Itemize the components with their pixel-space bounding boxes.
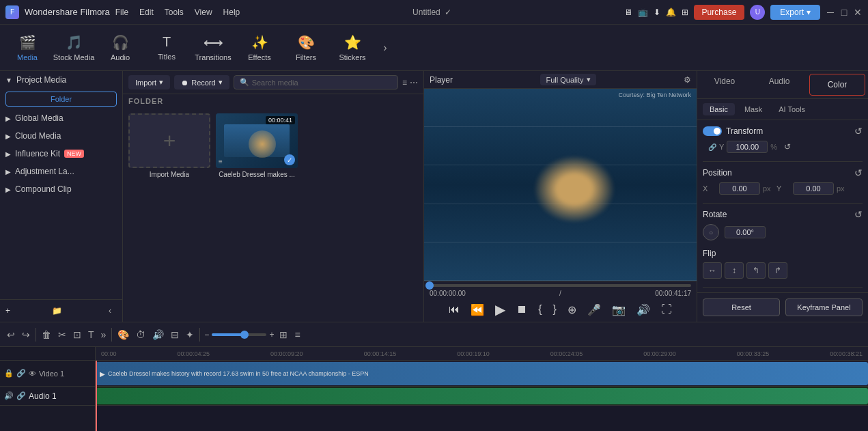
video-link-icon[interactable]: 🔗 xyxy=(16,369,26,378)
zoom-track[interactable] xyxy=(212,333,266,336)
user-avatar[interactable]: U xyxy=(750,5,765,20)
mark-out-button[interactable]: } xyxy=(550,302,559,317)
toolbar-effects[interactable]: ✨ Effects xyxy=(238,28,281,68)
toolbar-stock-media[interactable]: 🎵 Stock Media xyxy=(52,28,96,68)
menu-help[interactable]: Help xyxy=(223,8,240,17)
folder-view-icon[interactable]: 📁 xyxy=(52,306,62,316)
audio-track[interactable] xyxy=(96,387,868,406)
toolbar-transitions[interactable]: ⟷ Transitions xyxy=(191,28,235,68)
layout-button[interactable]: ≡ xyxy=(293,328,301,342)
snapshot-button[interactable]: 📷 xyxy=(609,302,628,318)
y-pos-input[interactable]: 0.00 xyxy=(793,182,834,195)
audio-clip[interactable] xyxy=(96,388,868,404)
audio-link-icon[interactable]: 🔗 xyxy=(16,391,26,400)
progress-handle[interactable] xyxy=(425,281,434,290)
adjustment-section[interactable]: ▶ Adjustment La... xyxy=(0,163,122,180)
project-media-section[interactable]: ▼ Project Media xyxy=(0,71,122,89)
grid-button[interactable]: ⊞ xyxy=(278,328,289,342)
subtab-ai-tools[interactable]: AI Tools xyxy=(772,103,812,115)
add-folder-icon[interactable]: + xyxy=(5,306,10,316)
add-to-timeline-button[interactable]: ⊕ xyxy=(565,302,579,318)
record-button[interactable]: ⏺ Record ▾ xyxy=(174,75,229,89)
redo-button[interactable]: ↪ xyxy=(20,328,31,342)
timeline-ruler[interactable]: 00:00 00:00:04:25 00:00:09:20 00:00:14:1… xyxy=(96,347,868,361)
quality-selector[interactable]: Full Quality ▾ xyxy=(540,74,596,85)
tab-color[interactable]: Color xyxy=(809,74,865,96)
toolbar-titles[interactable]: T Titles xyxy=(145,28,188,68)
rotate-value-input[interactable]: 0.00° xyxy=(725,226,766,238)
subtitle-button[interactable]: ⊟ xyxy=(169,328,180,342)
speed-button[interactable]: ⏱ xyxy=(135,328,147,342)
crop-button[interactable]: ⊡ xyxy=(72,328,83,342)
rotate-dial[interactable]: ○ xyxy=(703,224,719,240)
skip-back-button[interactable]: ⏮ xyxy=(446,302,462,317)
toolbar-media[interactable]: 🎬 Media xyxy=(5,28,49,68)
zoom-handle[interactable] xyxy=(240,331,249,339)
video-thumb[interactable]: 00:00:41 ≡ ✓ xyxy=(216,113,298,168)
player-settings-icon[interactable]: ⚙ xyxy=(684,75,691,85)
rotate-left-button[interactable]: ↰ xyxy=(746,262,766,279)
subtab-basic[interactable]: Basic xyxy=(703,103,735,115)
stop-button[interactable]: ⏹ xyxy=(514,302,530,317)
folder-button[interactable]: Folder xyxy=(5,92,117,107)
tab-audio[interactable]: Audio xyxy=(752,71,807,98)
keyframe-panel-button[interactable]: Keyframe Panel xyxy=(785,298,863,316)
menu-view[interactable]: View xyxy=(195,8,212,17)
menu-tools[interactable]: Tools xyxy=(165,8,184,17)
delete-button[interactable]: 🗑 xyxy=(40,328,53,342)
position-reset-icon[interactable]: ↺ xyxy=(854,167,863,178)
global-media-section[interactable]: ▶ Global Media xyxy=(0,109,122,127)
export-button[interactable]: Export ▾ xyxy=(770,5,820,20)
y-value-input[interactable]: 100.00 xyxy=(727,141,768,153)
purchase-button[interactable]: Purchase xyxy=(694,5,745,20)
compound-clip-section[interactable]: ▶ Compound Clip xyxy=(0,180,122,198)
toolbar-more-button[interactable]: › xyxy=(377,40,393,56)
subtab-mask[interactable]: Mask xyxy=(738,103,769,115)
video-clip[interactable]: ▶ Caeleb Dressel makes history with reco… xyxy=(96,362,868,385)
undo-button[interactable]: ↩ xyxy=(5,328,16,342)
voiceover-button[interactable]: 🎤 xyxy=(585,302,604,318)
audio-speaker-icon[interactable]: 🔊 xyxy=(4,391,14,400)
menu-edit[interactable]: Edit xyxy=(139,8,154,17)
playhead[interactable] xyxy=(96,361,97,431)
close-button[interactable]: ✕ xyxy=(853,8,863,17)
rotate-reset-icon[interactable]: ↺ xyxy=(854,209,863,220)
transform-toggle[interactable] xyxy=(703,126,722,136)
play-button[interactable]: ▶ xyxy=(492,300,508,319)
reset-button[interactable]: Reset xyxy=(703,298,780,316)
cloud-media-section[interactable]: ▶ Cloud Media xyxy=(0,127,122,145)
color-match-button[interactable]: 🎨 xyxy=(116,328,130,342)
toolbar-stickers[interactable]: ⭐ Stickers xyxy=(331,28,374,68)
audio-duck-button[interactable]: 🔊 xyxy=(151,328,165,342)
tab-video[interactable]: Video xyxy=(697,71,752,98)
x-pos-input[interactable]: 0.00 xyxy=(719,182,760,195)
more-icon[interactable]: ⋯ xyxy=(410,78,418,87)
video-lock-icon[interactable]: 🔒 xyxy=(4,369,14,378)
collapse-button[interactable]: ‹ xyxy=(103,304,117,318)
toolbar-filters[interactable]: 🎨 Filters xyxy=(284,28,328,68)
influence-kit-section[interactable]: ▶ Influence Kit NEW xyxy=(0,145,122,163)
menu-file[interactable]: File xyxy=(115,8,128,17)
video-clip-item[interactable]: 00:00:41 ≡ ✓ Caeleb Dressel makes ... xyxy=(216,113,298,178)
video-eye-icon[interactable]: 👁 xyxy=(29,370,36,378)
zoom-out-icon[interactable]: − xyxy=(204,330,209,339)
y-reset-icon[interactable]: ↺ xyxy=(784,142,791,152)
effects-button[interactable]: ✦ xyxy=(184,328,195,342)
fullscreen-button[interactable]: ⛶ xyxy=(658,302,675,317)
frame-back-button[interactable]: ⏪ xyxy=(468,302,487,318)
import-thumb[interactable]: + xyxy=(128,113,210,168)
mark-in-button[interactable]: { xyxy=(535,302,544,317)
import-media-item[interactable]: + Import Media xyxy=(128,113,210,178)
toolbar-audio[interactable]: 🎧 Audio xyxy=(98,28,142,68)
filter-icon[interactable]: ≡ xyxy=(402,78,407,87)
transform-reset-icon[interactable]: ↺ xyxy=(854,126,863,137)
progress-bar[interactable] xyxy=(430,284,691,287)
more-tools-button[interactable]: » xyxy=(100,328,108,342)
search-box[interactable]: 🔍 Search media xyxy=(234,75,398,89)
zoom-in-icon[interactable]: + xyxy=(269,330,274,339)
text-button[interactable]: T xyxy=(87,328,96,342)
zoom-slider[interactable]: − + xyxy=(204,330,274,339)
flip-v-button[interactable]: ↕ xyxy=(725,262,744,279)
import-button[interactable]: Import ▾ xyxy=(128,75,170,89)
minimize-button[interactable]: ─ xyxy=(826,8,835,17)
